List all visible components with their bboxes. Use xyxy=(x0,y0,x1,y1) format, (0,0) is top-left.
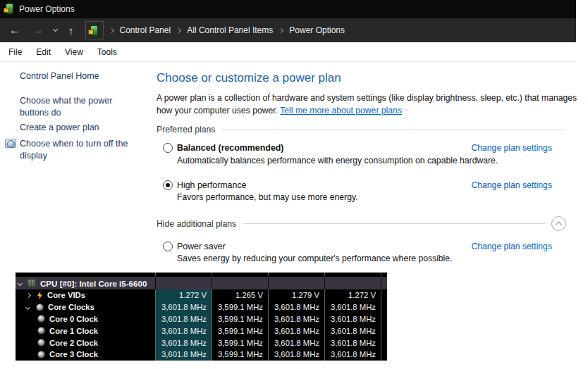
sensor-value: 3,601.8 MHz xyxy=(155,325,212,337)
power-options-icon xyxy=(6,4,13,14)
address-icon-box[interactable] xyxy=(85,21,104,39)
page-title: Choose or customize a power plan xyxy=(157,71,341,85)
power-options-window: Power Options ← → ↑ Control Panel All Co… xyxy=(0,0,588,369)
title-bar: Power Options xyxy=(0,0,576,18)
sensor-value: 3,599.1 MHz xyxy=(212,337,268,349)
power-saver-radio[interactable] xyxy=(163,242,173,251)
sensor-monitor-panel: CPU [#0]: Intel Core i5-6600 Core VIDs 1… xyxy=(16,273,387,361)
sidebar-item-create-plan[interactable]: Create a power plan xyxy=(20,122,138,134)
chevron-down-icon[interactable] xyxy=(18,280,23,285)
sidebar-item-power-buttons[interactable]: Choose what the power buttons do xyxy=(20,95,138,119)
divider xyxy=(243,223,546,224)
sensor-value: 3,601.8 MHz xyxy=(324,313,381,325)
sensor-value: 3,601.8 MHz xyxy=(324,337,381,349)
window-title: Power Options xyxy=(19,4,75,14)
sensor-value: 3,601.8 MHz xyxy=(268,325,324,337)
sensor-value: 3,601.8 MHz xyxy=(155,337,212,349)
sensor-value: 3,599.1 MHz xyxy=(212,301,268,313)
chevron-right-icon[interactable] xyxy=(26,293,31,298)
balanced-label[interactable]: Balanced (recommended) xyxy=(177,143,283,153)
back-icon[interactable]: ← xyxy=(9,25,20,36)
chevron-down-icon[interactable] xyxy=(25,305,30,310)
sensor-row-core-2-clock[interactable]: Core 2 Clock xyxy=(16,337,155,349)
intro-line-2: how your computer uses power. xyxy=(157,106,280,115)
menu-view[interactable]: View xyxy=(58,42,90,62)
sensor-value: 3,599.1 MHz xyxy=(212,349,268,361)
plan-row-power-saver: Power saver Change plan settings xyxy=(157,240,566,253)
sensor-value: 3,601.8 MHz xyxy=(268,337,324,349)
chevron-right-icon[interactable] xyxy=(176,27,181,32)
sensor-value: 3,599.1 MHz xyxy=(212,313,268,325)
sensor-value: 1.265 V xyxy=(212,289,268,301)
sensor-row-core-vids[interactable]: Core VIDs xyxy=(16,289,155,301)
forward-icon[interactable]: → xyxy=(32,25,44,36)
power-options-icon xyxy=(90,25,98,36)
hide-additional-plans-section: Hide additional plans xyxy=(157,216,566,231)
clock-icon xyxy=(36,304,44,311)
sensor-value: 3,601.8 MHz xyxy=(324,301,381,313)
chevron-right-icon[interactable] xyxy=(278,27,283,32)
sensor-value: 3,601.8 MHz xyxy=(268,349,324,361)
power-saver-description: Saves energy by reducing your computer's… xyxy=(177,254,453,263)
intro-line-1: A power plan is a collection of hardware… xyxy=(157,93,577,103)
navigation-bar: ← → ↑ Control Panel All Control Panel It… xyxy=(0,18,576,42)
sensor-value: 3,601.8 MHz xyxy=(155,349,212,361)
clock-icon xyxy=(37,327,45,334)
clock-icon xyxy=(37,351,45,358)
plan-row-high-performance: High performance Change plan settings xyxy=(157,179,566,192)
preferred-plans-label: Preferred plans xyxy=(157,125,215,135)
power-saver-change-settings-link[interactable]: Change plan settings xyxy=(471,242,552,251)
intro-text: A power plan is a collection of hardware… xyxy=(157,92,577,117)
breadcrumb: Control Panel All Control Panel Items Po… xyxy=(104,25,345,35)
menu-bar: File Edit View Tools xyxy=(0,42,576,62)
breadcrumb-control-panel[interactable]: Control Panel xyxy=(120,25,171,35)
high-performance-radio[interactable] xyxy=(163,180,173,190)
menu-tools[interactable]: Tools xyxy=(90,42,124,62)
power-saver-label[interactable]: Power saver xyxy=(177,242,226,251)
sidebar-item-control-panel-home[interactable]: Control Panel Home xyxy=(20,70,138,82)
sensor-value: 3,601.8 MHz xyxy=(324,325,381,337)
balanced-change-settings-link[interactable]: Change plan settings xyxy=(471,143,552,153)
plan-row-balanced: Balanced (recommended) Change plan setti… xyxy=(157,142,566,154)
high-performance-change-settings-link[interactable]: Change plan settings xyxy=(471,180,552,190)
sensor-row-core-clocks[interactable]: Core Clocks xyxy=(16,301,155,313)
collapse-chevron-up-icon[interactable] xyxy=(551,216,566,231)
sensor-value: 3,601.8 MHz xyxy=(268,313,324,325)
high-performance-description: Favors performance, but may use more ene… xyxy=(177,192,358,202)
cpu-group-title: CPU [#0]: Intel Core i5-6600 xyxy=(40,279,147,288)
sensor-value: 1.272 V xyxy=(155,289,212,301)
up-icon[interactable]: ↑ xyxy=(68,25,74,36)
sensor-row-core-0-clock[interactable]: Core 0 Clock xyxy=(16,313,155,325)
divider xyxy=(221,130,566,130)
menu-edit[interactable]: Edit xyxy=(29,42,58,62)
sensor-value: 3,601.8 MHz xyxy=(324,349,381,361)
sensor-group-header[interactable]: CPU [#0]: Intel Core i5-6600 xyxy=(16,277,155,289)
sensor-value: 3,599.1 MHz xyxy=(212,325,268,337)
clock-icon xyxy=(37,339,45,346)
preferred-plans-section: Preferred plans xyxy=(157,125,566,135)
sensor-value: 3,601.8 MHz xyxy=(268,301,324,313)
sensor-row-core-3-clock[interactable]: Core 3 Clock xyxy=(16,349,155,361)
hide-additional-plans-label: Hide additional plans xyxy=(157,219,236,229)
sensor-value: 3,601.8 MHz xyxy=(155,301,212,313)
sensor-value: 1.272 V xyxy=(324,289,381,301)
sidebar-item-turn-off-display[interactable]: Choose when to turn off the display xyxy=(20,138,138,162)
sensor-value: 3,601.8 MHz xyxy=(155,313,212,325)
breadcrumb-all-items[interactable]: All Control Panel Items xyxy=(187,25,273,35)
sensor-value: 1.279 V xyxy=(268,289,324,301)
breadcrumb-power-options[interactable]: Power Options xyxy=(289,25,345,35)
display-timeout-icon xyxy=(5,139,16,148)
chevron-right-icon[interactable] xyxy=(109,27,114,32)
clock-icon xyxy=(37,315,45,323)
high-performance-label[interactable]: High performance xyxy=(177,180,246,190)
lightning-icon xyxy=(37,291,43,299)
recent-pages-chevron-icon[interactable] xyxy=(53,27,58,32)
cpu-chip-icon xyxy=(27,279,36,287)
sensor-row-core-1-clock[interactable]: Core 1 Clock xyxy=(16,325,155,337)
balanced-radio[interactable] xyxy=(163,143,173,153)
tell-me-more-link[interactable]: Tell me more about power plans xyxy=(280,106,402,115)
menu-file[interactable]: File xyxy=(1,42,29,62)
balanced-description: Automatically balances performance with … xyxy=(177,156,498,165)
